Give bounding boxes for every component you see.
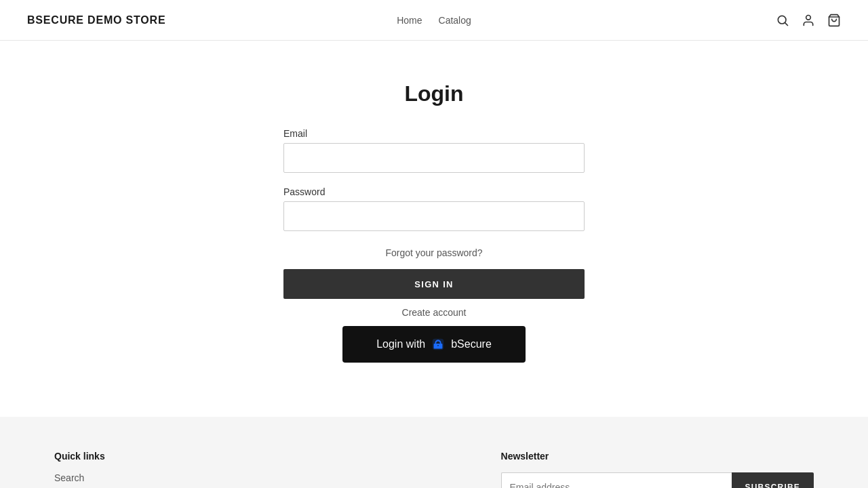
footer: Quick links Search Newsletter SUBSCRIBE …	[0, 417, 868, 488]
search-icon[interactable]	[776, 14, 789, 27]
forgot-password-link[interactable]: Forgot your password?	[385, 247, 482, 258]
cart-icon[interactable]	[827, 14, 841, 27]
main-content: Login Email Password Forgot your passwor…	[0, 41, 868, 417]
svg-point-2	[806, 15, 811, 20]
footer-search-link[interactable]: Search	[54, 472, 105, 483]
svg-point-0	[778, 16, 786, 24]
sign-in-button[interactable]: SIGN IN	[283, 269, 585, 299]
password-input[interactable]	[283, 201, 585, 231]
nav-home[interactable]: Home	[397, 15, 422, 26]
subscribe-button[interactable]: SUBSCRIBE	[732, 472, 814, 488]
footer-quick-links: Quick links Search	[54, 451, 105, 488]
forgot-password-container: Forgot your password?	[283, 247, 585, 258]
login-form: Email Password Forgot your password? SIG…	[283, 128, 585, 363]
password-label: Password	[283, 186, 585, 197]
footer-top: Quick links Search Newsletter SUBSCRIBE	[54, 451, 814, 488]
header: BSECURE DEMO STORE Home Catalog	[0, 0, 868, 41]
nav-catalog[interactable]: Catalog	[439, 15, 471, 26]
footer-newsletter: Newsletter SUBSCRIBE	[501, 451, 814, 488]
header-icons	[776, 14, 841, 27]
password-group: Password	[283, 186, 585, 231]
page-title: Login	[404, 81, 463, 106]
newsletter-title: Newsletter	[501, 451, 814, 462]
bsecure-login-text: Login with	[376, 338, 425, 350]
svg-line-1	[785, 22, 788, 25]
create-account-container: Create account	[283, 307, 585, 318]
email-input[interactable]	[283, 143, 585, 173]
account-icon[interactable]	[802, 14, 815, 27]
newsletter-email-input[interactable]	[501, 472, 732, 488]
bsecure-icon	[431, 337, 446, 352]
create-account-link[interactable]: Create account	[402, 307, 467, 318]
bsecure-brand-name: bSecure	[451, 338, 492, 350]
newsletter-form: SUBSCRIBE	[501, 472, 814, 488]
bsecure-login-button[interactable]: Login with bSecure	[342, 326, 526, 363]
quick-links-title: Quick links	[54, 451, 105, 462]
site-logo: BSECURE DEMO STORE	[27, 14, 165, 26]
main-nav: Home Catalog	[397, 15, 471, 26]
email-label: Email	[283, 128, 585, 139]
email-group: Email	[283, 128, 585, 173]
